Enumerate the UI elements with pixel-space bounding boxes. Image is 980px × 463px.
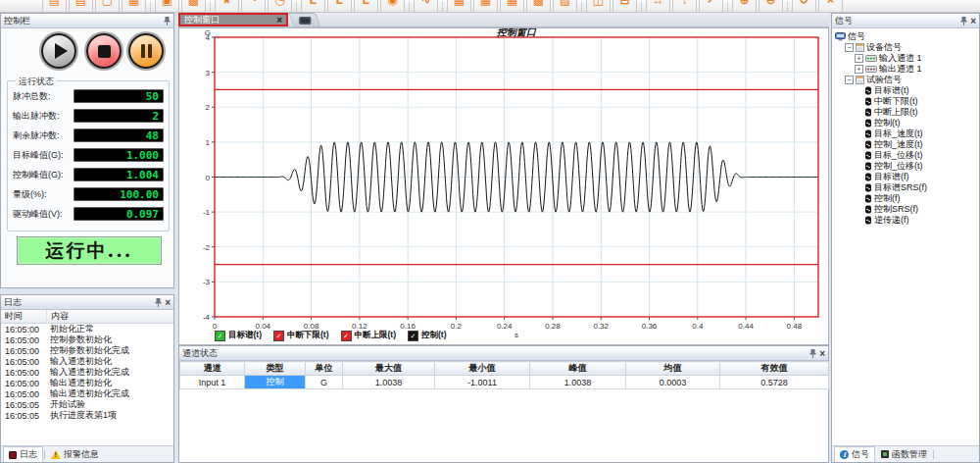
pin-icon[interactable] [155, 298, 162, 307]
close-icon[interactable]: × [819, 349, 825, 358]
log-time: 16:05:00 [1, 357, 46, 367]
svg-text:0.2: 0.2 [451, 322, 463, 331]
tree-item[interactable]: 逆传递(f) [832, 215, 979, 226]
toolbar-button-open-window[interactable]: ↗ [699, 0, 723, 13]
legend-checkbox[interactable]: ✓ [408, 331, 418, 341]
collapse-icon[interactable]: − [845, 43, 854, 52]
log-icon [9, 451, 17, 459]
toolbar-button-schedule-clock[interactable]: ◷ [268, 0, 292, 13]
toolbar-button-file-close[interactable]: ▢ [95, 0, 120, 13]
undo-icon: ↺ [799, 0, 808, 7]
tree-item[interactable]: 中断上限(t) [832, 107, 979, 118]
toolbar-button-fit-height[interactable]: ↕ [672, 0, 697, 13]
signal-icon [864, 108, 872, 117]
pause-icon [141, 44, 152, 58]
toolbar-separator [787, 2, 788, 11]
window-layout-icon: ▣ [162, 0, 172, 7]
tab-log[interactable]: 日志 [3, 446, 43, 462]
expand-icon[interactable]: + [855, 54, 863, 63]
expand-icon[interactable]: + [855, 65, 863, 74]
signal-icon [864, 173, 872, 181]
field-value-display: 1.004 [74, 168, 164, 181]
signal-icon [864, 140, 872, 149]
toolbar-button-zoom-in[interactable]: ⊕ [732, 0, 757, 13]
file-close-icon: ▢ [102, 0, 113, 7]
pin-icon[interactable] [809, 349, 816, 358]
tab-alarm-info[interactable]: 报警信息 [46, 447, 104, 461]
toolbar-button-plot-log[interactable]: L [327, 0, 352, 13]
toolbar-separator [727, 2, 728, 11]
tab-signal[interactable]: i 信号 [834, 446, 875, 462]
toolbar-button-split-vertical[interactable]: ⊟ [612, 0, 637, 13]
log-entries: 16:05:00初始化正常16:05:00控制参数初始化16:05:00控制参数… [1, 324, 173, 445]
toolbar-button-channel-table[interactable]: ▦ [500, 0, 524, 13]
log-panel-tabs: 日志 报警信息 [1, 445, 173, 462]
svg-text:0.36: 0.36 [642, 322, 658, 331]
log-panel: 日志 × 时间 内容 16:05:00初始化正常16:05:00控制参数初始化1… [0, 294, 174, 463]
toolbar-button-chart-report[interactable]: ▨ [553, 0, 577, 13]
toolbar-button-undo[interactable]: ↺ [792, 0, 816, 13]
toolbar-button-close[interactable]: × [818, 0, 843, 13]
log-row[interactable]: 16:05:05执行进度表第1项 [1, 410, 173, 421]
svg-text:0.44: 0.44 [738, 322, 754, 331]
toolbar-button-grid-report[interactable]: ▩ [526, 0, 551, 13]
toolbar-button-window-grid[interactable]: ▩ [181, 0, 206, 13]
svg-text:1: 1 [206, 138, 211, 147]
toolbar-button-zoom-out[interactable]: ⊖ [759, 0, 783, 13]
split-horizontal-icon: ◫ [593, 0, 604, 7]
close-icon[interactable]: × [165, 298, 171, 307]
pause-button[interactable] [128, 33, 164, 69]
table-view-icon: ▦ [454, 0, 465, 7]
status-field-row: 目标峰值(G):1.000 [13, 145, 164, 165]
toolbar-button-waveform-view[interactable]: ∿ [414, 0, 438, 13]
collapse-icon[interactable]: − [845, 76, 854, 84]
waveform-plot[interactable]: 00.040.080.120.160.20.240.280.320.360.40… [179, 28, 828, 344]
toolbar-button-fit-width[interactable]: ↔ [646, 0, 670, 13]
toolbar-button-file-open[interactable]: ▤ [69, 0, 93, 13]
field-value-display: 100.00 [74, 187, 164, 201]
toolbar-button-window-layout[interactable]: ▣ [155, 0, 179, 13]
toolbar-separator [210, 2, 211, 11]
pin-icon[interactable] [960, 17, 967, 26]
pin-icon[interactable] [164, 17, 171, 26]
toolbar-button-table-view[interactable]: ▦ [447, 0, 471, 13]
legend-item: ✓中断上限(t) [341, 330, 397, 341]
start-button[interactable] [41, 33, 76, 69]
toolbar-button-file-new[interactable]: ▤ [42, 0, 67, 13]
main-toolbar: ▤▤▢▦▣▩★◔◷LLL◉∿▦▦▦▩▨◫⊟↔↕↗⊕⊖↺× [0, 0, 980, 13]
transport-controls [1, 31, 175, 75]
toolbar-button-pie-view[interactable]: ◔ [241, 0, 266, 13]
toolbar-button-split-horizontal[interactable]: ◫ [586, 0, 611, 13]
close-icon[interactable]: × [276, 16, 282, 25]
close-icon[interactable]: × [970, 17, 976, 26]
channel-row[interactable]: Input 1控制G1.0038-1.00111.00380.00030.572… [180, 376, 829, 389]
signal-icon [864, 162, 872, 171]
svg-text:s: s [514, 331, 518, 339]
toolbar-button-file-save[interactable]: ▦ [122, 0, 146, 13]
stop-button[interactable] [86, 33, 122, 69]
tree-item[interactable]: 信号 [832, 31, 979, 42]
signal-icon [864, 119, 872, 128]
channel-cell: 1.0038 [343, 376, 435, 389]
toolbar-button-plot-polar[interactable]: ◉ [380, 0, 405, 13]
column-header: 最大值 [343, 362, 435, 376]
legend-checkbox[interactable]: ✓ [215, 331, 225, 341]
svg-text:0.48: 0.48 [787, 322, 803, 331]
form-icon [856, 43, 864, 52]
toolbar-button-plot-db[interactable]: L [354, 0, 378, 13]
tab-control-window[interactable]: 控制窗口 × [178, 13, 288, 26]
column-header: 均值 [626, 362, 720, 376]
file-save-icon: ▦ [128, 0, 139, 7]
tree-item[interactable]: +输出通道 1 [832, 64, 979, 75]
tab-function-manager[interactable]: 函数管理 [876, 447, 932, 461]
legend-checkbox[interactable]: ✓ [341, 331, 352, 341]
toolbar-button-plot-linear[interactable]: L [301, 0, 325, 13]
svg-text:0.28: 0.28 [545, 322, 561, 331]
tree-item[interactable]: 目标谱SRS(f) [832, 182, 979, 193]
toolbar-button-matrix-view[interactable]: ▦ [473, 0, 498, 13]
svg-text:G: G [205, 28, 211, 37]
toolbar-button-favorites[interactable]: ★ [215, 0, 239, 13]
svg-text:-3: -3 [203, 278, 211, 286]
legend-checkbox[interactable]: ✓ [273, 331, 284, 341]
tab-new-chart-window[interactable] [289, 13, 321, 26]
